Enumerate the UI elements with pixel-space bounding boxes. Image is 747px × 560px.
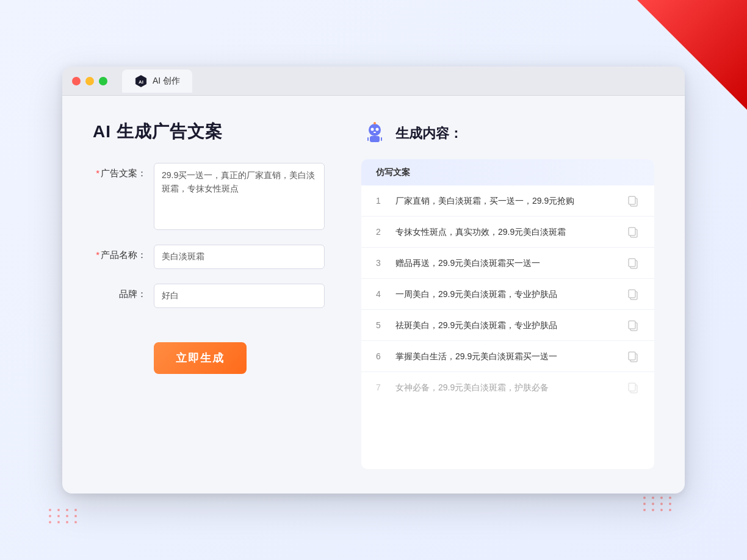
result-item: 5 祛斑美白，29.9元美白淡斑霜，专业护肤品 — [361, 310, 654, 341]
right-panel-title: 生成内容： — [395, 124, 463, 143]
result-number: 4 — [376, 289, 386, 299]
svg-text:AI: AI — [139, 79, 143, 84]
result-item: 6 掌握美白生活，29.9元美白淡斑霜买一送一 — [361, 341, 654, 372]
generate-button[interactable]: 立即生成 — [154, 342, 247, 374]
result-item: 4 一周美白，29.9元美白淡斑霜，专业护肤品 — [361, 279, 654, 310]
left-panel: AI 生成广告文案 广告文案： 产品名称： 品牌： 立即生成 — [93, 120, 325, 469]
form-group-brand: 品牌： — [93, 284, 325, 308]
brand-label: 品牌： — [93, 284, 146, 300]
window-controls — [72, 77, 107, 85]
svg-point-4 — [371, 128, 374, 131]
result-item: 1 厂家直销，美白淡斑霜，买一送一，29.9元抢购 — [361, 185, 654, 217]
result-text: 女神必备，29.9元美白淡斑霜，护肤必备 — [395, 381, 616, 394]
result-item: 7 女神必备，29.9元美白淡斑霜，护肤必备 — [361, 372, 654, 403]
page-title: AI 生成广告文案 — [93, 120, 325, 143]
product-name-input[interactable] — [154, 245, 325, 269]
svg-rect-6 — [374, 132, 376, 133]
tab-label: AI 创作 — [153, 76, 180, 87]
browser-titlebar: AI AI 创作 — [62, 66, 685, 96]
result-text: 掌握美白生活，29.9元美白淡斑霜买一送一 — [395, 350, 616, 363]
svg-point-5 — [376, 128, 379, 131]
svg-rect-12 — [629, 196, 635, 204]
svg-rect-16 — [629, 259, 635, 267]
ai-tab-icon: AI — [134, 74, 148, 88]
copy-icon[interactable] — [626, 318, 640, 332]
maximize-button[interactable] — [99, 77, 107, 85]
results-header-label: 仿写文案 — [376, 167, 410, 177]
result-number: 6 — [376, 351, 386, 361]
copy-icon[interactable] — [626, 225, 640, 239]
ad-copy-label: 广告文案： — [93, 163, 146, 179]
copy-icon[interactable] — [626, 287, 640, 301]
svg-rect-10 — [381, 137, 382, 141]
copy-icon[interactable] — [626, 194, 640, 207]
result-item: 2 专抹女性斑点，真实功效，29.9元美白淡斑霜 — [361, 217, 654, 248]
brand-input[interactable] — [154, 284, 325, 308]
copy-icon[interactable] — [626, 381, 640, 394]
copy-icon[interactable] — [626, 256, 640, 270]
result-number: 7 — [376, 382, 386, 392]
svg-rect-9 — [367, 137, 369, 141]
svg-point-8 — [374, 122, 376, 124]
right-panel: 生成内容： 仿写文案 1 厂家直销，美白淡斑霜，买一送一，29.9元抢购 2 专… — [361, 120, 654, 469]
minimize-button[interactable] — [85, 77, 94, 85]
browser-content: AI 生成广告文案 广告文案： 产品名称： 品牌： 立即生成 — [62, 96, 685, 494]
result-number: 5 — [376, 320, 386, 330]
copy-icon[interactable] — [626, 350, 640, 363]
svg-rect-18 — [629, 290, 635, 298]
result-text: 厂家直销，美白淡斑霜，买一送一，29.9元抢购 — [395, 195, 616, 207]
result-number: 1 — [376, 196, 386, 206]
form-group-ad-copy: 广告文案： — [93, 163, 325, 230]
active-tab[interactable]: AI AI 创作 — [122, 70, 192, 93]
svg-rect-24 — [629, 383, 635, 391]
tab-area: AI AI 创作 — [122, 70, 192, 93]
result-number: 3 — [376, 258, 386, 268]
bg-dots-left — [49, 509, 79, 523]
right-header: 生成内容： — [361, 120, 654, 147]
result-text: 祛斑美白，29.9元美白淡斑霜，专业护肤品 — [395, 319, 616, 332]
results-header: 仿写文案 — [361, 159, 654, 185]
form-group-product: 产品名称： — [93, 245, 325, 269]
svg-rect-22 — [629, 352, 635, 360]
product-name-label: 产品名称： — [93, 245, 146, 261]
close-button[interactable] — [72, 77, 81, 85]
browser-window: AI AI 创作 AI 生成广告文案 广告文案： 产品名称： 品牌： — [62, 66, 685, 494]
result-text: 一周美白，29.9元美白淡斑霜，专业护肤品 — [395, 288, 616, 301]
robot-icon — [361, 120, 388, 147]
result-text: 赠品再送，29.9元美白淡斑霜买一送一 — [395, 257, 616, 270]
ad-copy-input[interactable] — [154, 163, 325, 230]
results-list: 1 厂家直销，美白淡斑霜，买一送一，29.9元抢购 2 专抹女性斑点，真实功效，… — [361, 185, 654, 403]
svg-rect-14 — [629, 228, 635, 235]
svg-rect-20 — [629, 321, 635, 329]
bg-dots-right — [643, 497, 674, 511]
result-number: 2 — [376, 227, 386, 237]
svg-rect-3 — [370, 136, 380, 142]
results-container: 仿写文案 1 厂家直销，美白淡斑霜，买一送一，29.9元抢购 2 专抹女性斑点，… — [361, 159, 654, 469]
result-item: 3 赠品再送，29.9元美白淡斑霜买一送一 — [361, 248, 654, 279]
result-text: 专抹女性斑点，真实功效，29.9元美白淡斑霜 — [395, 226, 616, 239]
